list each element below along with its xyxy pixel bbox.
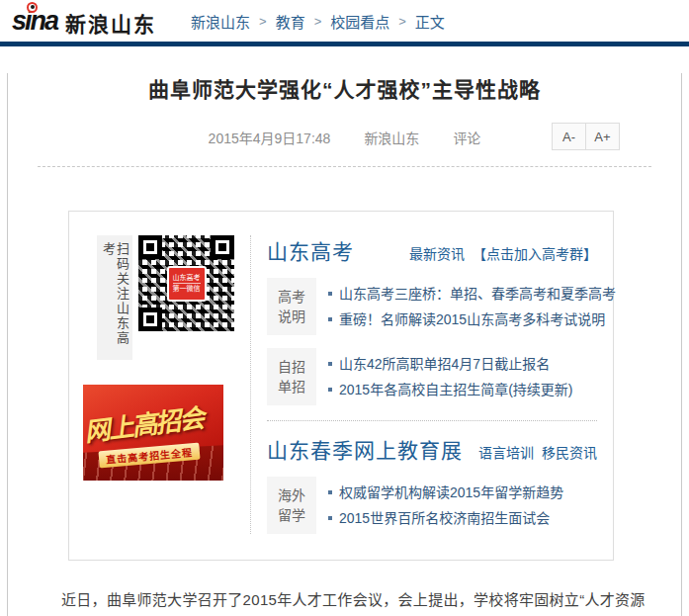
group-label: 自招 单招 <box>267 348 316 405</box>
font-larger-button[interactable]: A+ <box>585 124 619 149</box>
news-link[interactable]: 权威留学机构解读2015年留学新趋势 <box>328 480 563 505</box>
news-link[interactable]: 重磅！名师解读2015山东高考多科考试说明 <box>328 307 616 332</box>
font-smaller-button[interactable]: A- <box>553 124 585 149</box>
article-body: 近日，曲阜师范大学召开了2015年人才工作会议，会上提出，学校将牢固树立“人才资… <box>38 587 651 616</box>
qr-caption: 扫码关注山东高考 <box>97 235 132 360</box>
language-training-link[interactable]: 语言培训 <box>478 442 534 462</box>
article-paragraph: 近日，曲阜师范大学召开了2015年人才工作会议，会上提出，学校将牢固树立“人才资… <box>38 587 651 616</box>
breadcrumb-education[interactable]: 教育 <box>276 11 305 32</box>
breadcrumb: 新浪山东 > 教育 > 校园看点 > 正文 <box>191 11 445 32</box>
font-size-controls: A- A+ <box>552 123 620 150</box>
bullet-icon <box>328 292 332 296</box>
gaokao-promo-box: 扫码关注山东高考 山东高考 第一微信 网上高招会 直击高考招生全程 <box>68 211 614 561</box>
site-name: 新浪山东 <box>65 14 156 35</box>
breadcrumb-separator-icon: > <box>398 14 406 29</box>
sina-logo[interactable]: sina 新浪山东 <box>12 8 156 35</box>
article-title: 曲阜师范大学强化“人才强校”主导性战略 <box>38 73 651 103</box>
online-expo-banner[interactable]: 网上高招会 直击高考招生全程 <box>83 385 223 481</box>
banner-subtitle: 直击高考招生全程 <box>98 443 200 469</box>
bullet-icon <box>328 317 332 321</box>
group-label: 高考 说明 <box>267 278 316 335</box>
breadcrumb-current: 正文 <box>415 11 445 32</box>
dashed-divider <box>38 166 651 167</box>
immigration-info-link[interactable]: 移民资讯 <box>542 442 597 462</box>
news-link[interactable]: 山东高考三座桥：单招、春季高考和夏季高考 <box>328 281 616 307</box>
bullet-icon <box>328 388 332 392</box>
join-group-link[interactable]: 【点击加入高考群】 <box>473 243 597 263</box>
qr-code: 山东高考 第一微信 <box>138 235 234 331</box>
breadcrumb-home[interactable]: 新浪山东 <box>191 11 250 32</box>
horizontal-dotted-divider <box>267 420 597 421</box>
group-overseas-study: 海外 留学 权威留学机构解读2015年留学新趋势 2015世界百所名校济南招生面… <box>267 477 597 534</box>
qr-finder-icon <box>138 308 162 331</box>
comments-link[interactable]: 评论 <box>453 128 480 147</box>
section-shandong-gaokao[interactable]: 山东高考 <box>267 235 354 265</box>
promo-left-column: 扫码关注山东高考 山东高考 第一微信 网上高招会 直击高考招生全程 <box>83 235 237 534</box>
bullet-icon <box>328 362 332 366</box>
banner-title: 网上高招会 <box>83 397 205 448</box>
bullet-icon <box>328 516 332 520</box>
news-link[interactable]: 山东42所高职单招4月7日截止报名 <box>328 351 572 377</box>
group-zizhao-danzhao: 自招 单招 山东42所高职单招4月7日截止报名 2015年各高校自主招生简章(持… <box>267 348 597 405</box>
group-gaokao-shuoming: 高考 说明 山东高考三座桥：单招、春季高考和夏季高考 重磅！名师解读2015山东… <box>267 278 597 335</box>
news-link[interactable]: 2015年各高校自主招生简章(持续更新) <box>328 377 572 402</box>
latest-news-link[interactable]: 最新资讯 <box>409 243 465 263</box>
breadcrumb-separator-icon: > <box>259 14 267 29</box>
qr-finder-icon <box>138 235 162 259</box>
section-spring-expo[interactable]: 山东春季网上教育展 <box>267 434 463 464</box>
promo-right-column: 山东高考 最新资讯 【点击加入高考群】 高考 说明 山东高考三座桥：单招、春季高… <box>251 235 613 534</box>
publish-date: 2015年4月9日17:48 <box>209 128 331 147</box>
qr-center-badge: 山东高考 第一微信 <box>167 266 207 302</box>
qr-finder-icon <box>211 235 234 259</box>
group-label: 海外 留学 <box>267 477 316 534</box>
breadcrumb-campus[interactable]: 校园看点 <box>330 11 389 32</box>
breadcrumb-separator-icon: > <box>314 14 322 29</box>
sina-eye-icon <box>27 2 38 13</box>
content-frame: 曲阜师范大学强化“人才强校”主导性战略 2015年4月9日17:48 新浪山东 … <box>7 73 682 616</box>
source-label: 新浪山东 <box>364 128 419 147</box>
top-header: sina 新浪山东 新浪山东 > 教育 > 校园看点 > 正文 <box>0 0 689 42</box>
bullet-icon <box>328 490 332 494</box>
sina-wordmark: sina <box>12 8 57 35</box>
news-link[interactable]: 2015世界百所名校济南招生面试会 <box>328 505 563 531</box>
article-meta-row: 2015年4月9日17:48 新浪山东 评论 A- A+ <box>38 123 651 150</box>
header-divider <box>0 42 689 46</box>
